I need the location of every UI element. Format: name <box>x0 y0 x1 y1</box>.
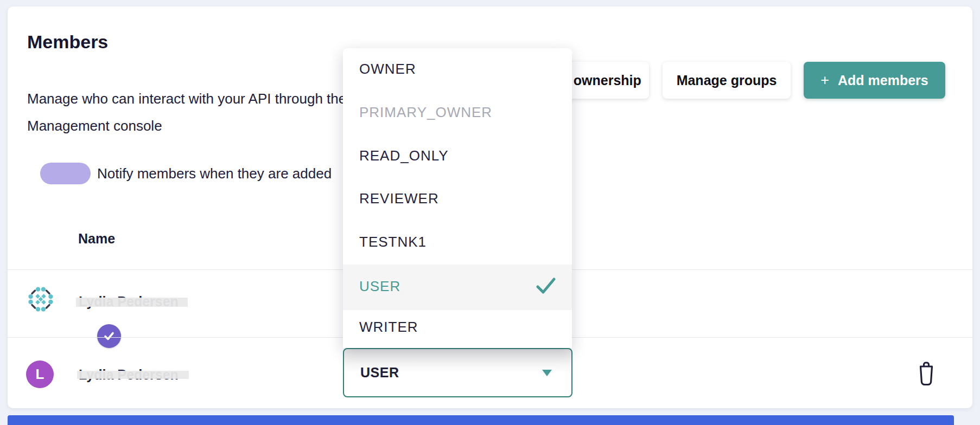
trash-icon <box>916 361 937 386</box>
role-select[interactable]: USER <box>343 348 572 397</box>
add-members-button[interactable]: + Add members <box>804 62 945 99</box>
role-dropdown-menu: OWNER PRIMARY_OWNER READ_ONLY REVIEWER T… <box>343 48 572 348</box>
page-description-line2: Management console <box>27 112 372 139</box>
notify-toggle-label: Notify members when they are added <box>97 165 332 182</box>
dropdown-item-testnk1[interactable]: TESTNK1 <box>343 233 572 250</box>
dropdown-item-reviewer[interactable]: REVIEWER <box>343 190 572 207</box>
add-members-label: Add members <box>838 73 928 88</box>
avatar-letter-text: L <box>36 366 44 383</box>
chevron-down-icon <box>542 370 552 376</box>
page-description: Manage who can interact with your API th… <box>27 85 372 139</box>
name-column-header: Name <box>78 230 115 247</box>
dropdown-item-read-only[interactable]: READ_ONLY <box>343 147 572 164</box>
name-redaction-bar <box>77 371 189 379</box>
letter-avatar: L <box>26 360 54 388</box>
manage-groups-button[interactable]: Manage groups <box>663 62 791 99</box>
members-page: Members Manage who can interact with you… <box>0 0 980 425</box>
page-description-line1: Manage who can interact with your API th… <box>27 85 372 112</box>
page-title: Members <box>27 31 108 52</box>
dropdown-item-writer[interactable]: WRITER <box>343 318 572 336</box>
plus-icon: + <box>820 72 829 89</box>
toggle-thumb <box>97 324 121 348</box>
role-select-value: USER <box>360 365 399 381</box>
name-redaction-bar <box>76 298 188 307</box>
check-icon <box>103 330 116 343</box>
bottom-panel-edge <box>8 415 954 425</box>
delete-member-button[interactable] <box>915 360 937 387</box>
selected-check-icon <box>536 278 556 294</box>
notify-toggle[interactable] <box>40 163 91 184</box>
dots-group-avatar-icon <box>28 286 54 312</box>
dropdown-item-owner[interactable]: OWNER <box>343 60 572 78</box>
dropdown-item-primary-owner: PRIMARY_OWNER <box>343 104 572 121</box>
